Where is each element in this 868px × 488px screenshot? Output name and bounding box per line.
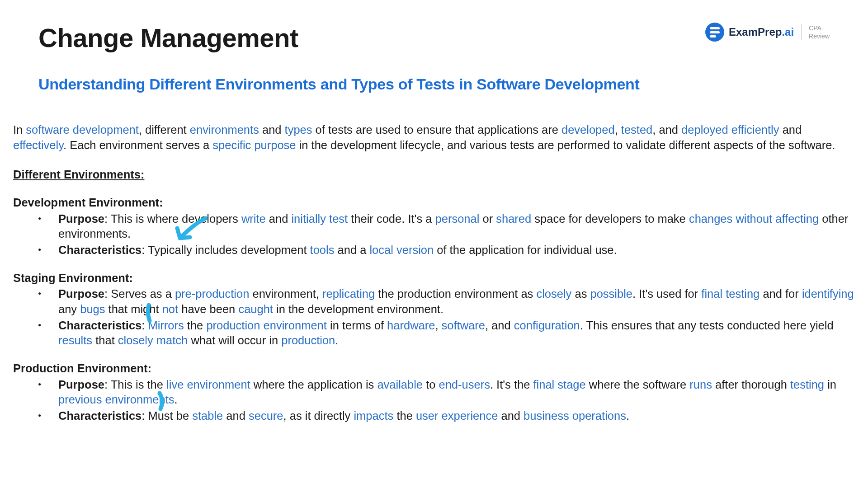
header: Change Management ExamPrep.ai CPA Review: [11, 18, 857, 53]
list-item: Purpose: Serves as a pre-production envi…: [13, 286, 855, 317]
logo-divider: [801, 24, 802, 40]
logo-text: ExamPrep.ai: [729, 26, 794, 38]
staging-env-title: Staging Environment:: [13, 271, 855, 286]
section-subtitle: Understanding Different Environments and…: [11, 53, 857, 93]
logo-icon: [705, 23, 724, 42]
list-item: Purpose: This is where developers write …: [13, 211, 855, 242]
list-item: Characteristics: Must be stable and secu…: [13, 408, 855, 424]
list-item: Characteristics: Typically includes deve…: [13, 243, 855, 258]
intro-paragraph: In software development, different envir…: [13, 122, 855, 153]
page-title: Change Management: [38, 23, 298, 53]
development-env-list: Purpose: This is where developers write …: [13, 211, 855, 258]
staging-env-list: Purpose: Serves as a pre-production envi…: [13, 286, 855, 348]
development-env-title: Development Environment:: [13, 195, 855, 211]
brand-logo: ExamPrep.ai CPA Review: [705, 23, 830, 42]
list-item: Purpose: This is the live environment wh…: [13, 377, 855, 408]
list-item: Characteristics: Mirrors the production …: [13, 318, 855, 348]
production-env-list: Purpose: This is the live environment wh…: [13, 377, 855, 424]
environments-heading: Different Environments:: [13, 167, 855, 183]
content-body: In software development, different envir…: [11, 93, 857, 424]
production-env-title: Production Environment:: [13, 361, 855, 376]
logo-subtitle: CPA Review: [809, 24, 830, 40]
